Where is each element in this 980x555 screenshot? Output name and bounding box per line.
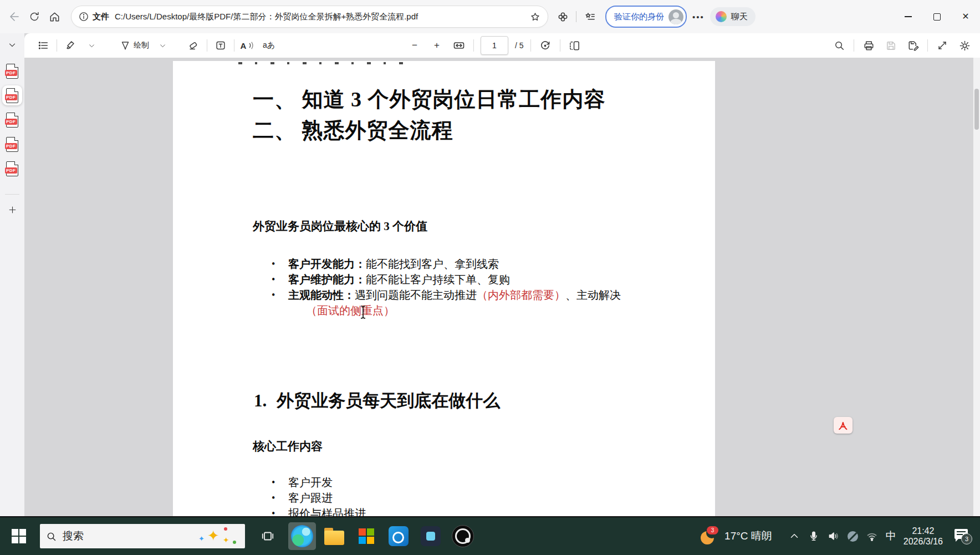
bullet-label: 客户开发能力： bbox=[288, 258, 366, 270]
new-tab-button[interactable] bbox=[4, 201, 21, 218]
notification-icon-tail bbox=[956, 538, 959, 542]
print-button[interactable] bbox=[861, 37, 876, 54]
vertical-tab-pdf-1[interactable]: PDF bbox=[2, 61, 22, 81]
minus-icon: − bbox=[412, 40, 417, 51]
tabs-divider bbox=[5, 194, 19, 195]
copilot-sparkles-icon: ✦✦✦ bbox=[195, 524, 239, 548]
erase-button[interactable] bbox=[186, 37, 201, 54]
taskbar-dark-app-button[interactable] bbox=[417, 522, 445, 550]
list-item: •客户跟进 bbox=[270, 490, 366, 506]
toolbar-divider bbox=[854, 39, 854, 52]
speaker-icon[interactable] bbox=[827, 529, 840, 543]
hidden-icons-chevron[interactable] bbox=[788, 530, 800, 542]
vertical-tab-pdf-5[interactable]: PDF bbox=[2, 159, 22, 179]
settings-more-button[interactable]: ••• bbox=[692, 12, 705, 22]
extensions-icon bbox=[557, 11, 569, 23]
core-work-list: •客户开发 •客户跟进 •报价与样品推进 bbox=[270, 475, 366, 517]
chevron-down-icon bbox=[7, 40, 17, 50]
verify-identity-button[interactable]: 验证你的身份 bbox=[605, 6, 687, 28]
vertical-scrollbar[interactable] bbox=[973, 58, 980, 517]
pdf-badge: PDF bbox=[5, 167, 17, 174]
pdf-settings-button[interactable] bbox=[957, 37, 972, 54]
desktop-screen: 文件 C:/Users/L/Desktop/最终版PDF/第二部分：外贸岗位全景… bbox=[0, 0, 980, 555]
network-signal-icon[interactable] bbox=[865, 529, 879, 543]
task-view-button[interactable] bbox=[254, 522, 282, 550]
add-text-button[interactable] bbox=[213, 37, 228, 54]
toolbar-divider bbox=[473, 39, 474, 52]
search-document-button[interactable] bbox=[831, 37, 847, 54]
table-of-contents-icon bbox=[37, 39, 49, 52]
section-title: 外贸业务员每天到底在做什么 bbox=[277, 391, 500, 410]
vertical-tab-pdf-3[interactable]: PDF bbox=[2, 110, 22, 130]
search-placeholder: 搜索 bbox=[63, 529, 84, 543]
back-button[interactable] bbox=[4, 7, 24, 27]
weather-widget[interactable]: 3 bbox=[701, 528, 717, 544]
bullet-text: 能不能让客户持续下单、复购 bbox=[366, 273, 510, 286]
highlight-button[interactable] bbox=[63, 37, 78, 54]
taskbar-edge-button[interactable] bbox=[288, 522, 316, 550]
taskbar-file-explorer-button[interactable] bbox=[320, 522, 348, 550]
weather-text[interactable]: 17°C 晴朗 bbox=[724, 529, 772, 543]
ime-indicator[interactable]: 中 bbox=[886, 529, 896, 543]
read-aloud-button[interactable]: A bbox=[240, 37, 256, 54]
clock-widget[interactable]: 21:42 2026/3/16 bbox=[904, 526, 943, 547]
toolbar-divider bbox=[57, 39, 57, 52]
maximize-button[interactable] bbox=[922, 0, 951, 33]
start-button[interactable] bbox=[6, 523, 32, 549]
fit-to-width-button[interactable] bbox=[451, 37, 467, 54]
home-icon bbox=[48, 11, 61, 23]
fullscreen-button[interactable] bbox=[935, 37, 950, 54]
list-item: •客户开发能力：能不能找到客户、拿到线索 bbox=[270, 256, 647, 272]
favorites-list-icon bbox=[584, 11, 596, 23]
minimize-button[interactable] bbox=[894, 0, 922, 33]
page-number-input[interactable] bbox=[481, 36, 508, 55]
clipped-text-line bbox=[238, 62, 405, 64]
bullet-text-red: （内外部都需要） bbox=[477, 289, 565, 301]
verify-identity-label: 验证你的身份 bbox=[614, 12, 664, 22]
time-text: 21:42 bbox=[912, 526, 934, 536]
refresh-button[interactable] bbox=[24, 7, 44, 27]
page-info-icon[interactable] bbox=[78, 11, 89, 22]
save-as-icon bbox=[907, 39, 920, 52]
page-layout-icon bbox=[568, 39, 581, 52]
system-tray: 3 17°C 晴朗 中 21:42 2026/3/16 3 bbox=[701, 526, 972, 547]
save-as-button[interactable] bbox=[905, 37, 921, 54]
taskbar-search-box[interactable]: 搜索 ✦✦✦ bbox=[40, 524, 245, 548]
sound-waves-icon bbox=[248, 41, 255, 50]
favorite-star-icon[interactable] bbox=[529, 11, 541, 23]
pdf-file-icon: PDF bbox=[6, 161, 18, 176]
status-disabled-icon[interactable] bbox=[848, 531, 858, 542]
copilot-chat-button[interactable]: 聊天 bbox=[710, 7, 756, 26]
taskbar-outlook-button[interactable] bbox=[385, 522, 412, 550]
close-button[interactable]: ✕ bbox=[951, 0, 980, 33]
microphone-icon[interactable] bbox=[808, 530, 820, 542]
taskbar-obs-button[interactable] bbox=[449, 522, 477, 550]
zoom-out-button[interactable]: − bbox=[407, 37, 422, 54]
vertical-tab-pdf-4[interactable]: PDF bbox=[2, 134, 22, 154]
tab-actions-button[interactable] bbox=[4, 38, 21, 52]
task-view-icon bbox=[261, 529, 275, 543]
home-button[interactable] bbox=[44, 7, 64, 27]
core-values-title: 外贸业务员岗位最核心的 3 个价值 bbox=[253, 218, 427, 234]
microsoft-store-icon bbox=[359, 528, 374, 544]
scrollbar-thumb[interactable] bbox=[974, 89, 979, 130]
translate-button[interactable]: aあ bbox=[261, 37, 277, 54]
pdf-badge: PDF bbox=[5, 119, 17, 125]
table-of-contents-button[interactable] bbox=[35, 37, 51, 54]
page-view-button[interactable] bbox=[567, 37, 583, 54]
address-bar[interactable]: 文件 C:/Users/L/Desktop/最终版PDF/第二部分：外贸岗位全景… bbox=[71, 6, 548, 28]
rotate-button[interactable] bbox=[538, 37, 553, 54]
vertical-tab-pdf-2-active[interactable]: PDF bbox=[2, 85, 22, 105]
open-in-acrobat-button[interactable] bbox=[834, 417, 853, 434]
zoom-in-button[interactable]: + bbox=[429, 37, 445, 54]
highlight-options-button[interactable] bbox=[84, 37, 99, 54]
draw-button[interactable]: 绘制 bbox=[119, 37, 149, 54]
section-number: 1. bbox=[254, 391, 267, 410]
notification-center-button[interactable]: 3 bbox=[953, 527, 972, 546]
address-scheme-label: 文件 bbox=[93, 12, 109, 22]
save-button[interactable] bbox=[883, 37, 899, 54]
favorites-bar-button[interactable] bbox=[580, 7, 600, 27]
extensions-button[interactable] bbox=[553, 7, 573, 27]
taskbar-microsoft-store-button[interactable] bbox=[353, 522, 380, 550]
draw-options-button[interactable] bbox=[155, 37, 170, 54]
